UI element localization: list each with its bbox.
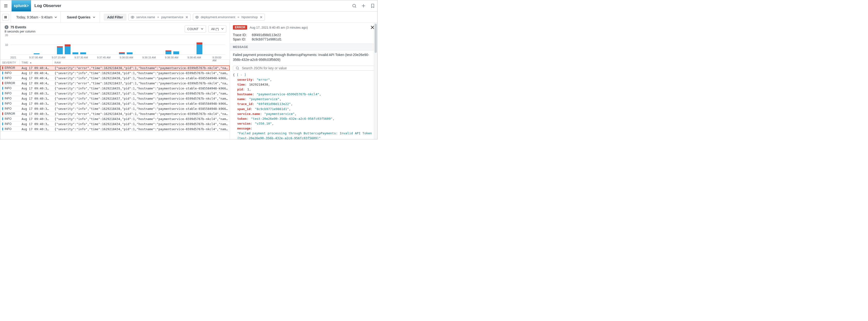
severity-label: INFO [5,122,12,125]
table-row[interactable]: ERROR Aug 17 09:40:37.728 {"severity":"e… [0,111,230,116]
table-header: SEVERITY TIME▲ RAW [0,60,230,65]
json-key: hostname [237,92,252,96]
chevron-down-icon [93,16,95,19]
th-raw[interactable]: RAW [53,60,230,65]
svg-line-4 [355,7,356,8]
menu-button[interactable] [0,0,12,11]
table-row[interactable]: INFO Aug 17 09:40:36.319 {"severity":"in… [0,126,230,132]
add-button[interactable] [359,3,368,8]
histogram-bar[interactable] [72,52,78,54]
series-dropdown[interactable]: All (*) [208,25,226,32]
json-key: version [237,122,251,125]
histogram-bar[interactable] [34,53,39,54]
json-line: name: "paymentservice", [233,97,374,101]
pause-button[interactable] [0,12,11,23]
json-search-input[interactable] [241,66,372,70]
histogram-bar[interactable] [173,51,179,54]
severity-indicator [2,127,3,130]
x-tick-label: 9:37:15 AM [52,56,65,59]
th-severity[interactable]: SEVERITY [0,60,20,65]
json-line: trace_id: "69f491d98d113e22", [233,101,374,107]
filter-chip[interactable]: service.name=paymentservice ✕ [128,13,190,21]
search-icon [352,3,357,8]
severity-indicator [2,102,3,105]
severity-indicator [2,122,3,125]
json-collapse-toggle[interactable]: [ - ] [237,73,246,77]
severity-indicator [2,107,3,110]
severity-label: INFO [5,102,12,105]
json-key: time [237,83,245,86]
table-row[interactable]: INFO Aug 17 09:40:43.111 {"severity":"in… [0,70,230,76]
table-row[interactable]: INFO Aug 17 09:40:39.571 {"severity":"in… [0,96,230,101]
add-filter-button[interactable]: Add Filter [104,13,126,21]
histogram-bar[interactable] [57,46,63,54]
info-icon: i [5,25,8,29]
severity-label: INFO [5,97,12,100]
json-search[interactable] [233,66,374,70]
histogram-bar[interactable] [196,42,202,54]
json-value: "error" [257,78,270,82]
x-tick-label: 9:38:30 AM [165,56,179,59]
histogram-chart[interactable]: 20 10 20219:37:00 AM9:37:15 AM9:37:30 AM… [0,35,230,59]
json-key: pid [237,88,243,91]
table-row[interactable]: INFO Aug 17 09:40:38.245 {"severity":"in… [0,106,230,111]
chip-remove[interactable]: ✕ [260,16,263,19]
severity-label: INFO [5,107,12,110]
bookmark-icon [370,3,375,8]
filter-chip[interactable]: deployment.environment=hipstershop ✕ [193,13,265,21]
count-label: COUNT [187,27,198,31]
saved-queries-label: Saved Queries [67,15,90,19]
json-value: 1629218438 [249,83,268,86]
table-row[interactable]: INFO Aug 17 09:40:42.135 {"severity":"in… [0,76,230,81]
histogram-bar[interactable] [127,52,132,54]
x-tick-label: 9:37:00 AM [29,56,43,59]
table-row[interactable]: INFO Aug 17 09:40:37.611 {"severity":"in… [0,116,230,121]
saved-queries-dropdown[interactable]: Saved Queries [63,12,100,23]
table-row[interactable]: ERROR Aug 17 09:40:45.422 {"severity":"e… [0,65,230,70]
svg-point-3 [352,4,355,7]
raw-cell: {"severity":"error","time":1629218434,"p… [53,112,230,116]
json-value: "v350.10" [255,122,272,125]
app-root: splunk> Log Observer Today, 9:36am - 9:4… [0,0,377,139]
search-button[interactable] [350,3,359,8]
svg-rect-7 [5,16,5,19]
scrollbar-thumb[interactable] [375,24,377,53]
histogram-bar[interactable] [165,51,171,54]
json-line: service.name: "paymentservice", [233,112,374,116]
bookmark-button[interactable] [368,3,377,8]
histogram-bar[interactable] [65,45,70,54]
ytick-20: 20 [5,34,8,37]
brand-tile[interactable]: splunk> [12,0,31,11]
histogram-bar[interactable] [119,52,125,54]
table-row[interactable]: INFO Aug 17 09:40:38.245 {"severity":"in… [0,101,230,106]
chevron-down-icon [221,28,224,30]
message-heading: MESSAGE [230,43,377,51]
time-cell: Aug 17 09:40:36.319 [20,127,53,131]
severity-label: ERROR [5,112,15,115]
json-key: span_id [237,107,251,111]
json-line: message: [233,126,374,131]
histogram-bar[interactable] [80,52,86,54]
table-row[interactable]: INFO Aug 17 09:40:36.325 {"severity":"in… [0,121,230,126]
json-key: name [237,97,245,101]
json-line: hostname: "paymentservice-6599d5767b-nkc… [233,92,374,97]
raw-cell: {"severity":"info","time":1629218438,"pi… [53,71,230,75]
table-row[interactable]: INFO Aug 17 09:40:39.572 {"severity":"in… [0,91,230,96]
json-line: token: "test-20e26e90-356b-432e-a2c6-956… [233,116,374,121]
panel-scrollbar[interactable] [374,23,377,139]
time-range-picker[interactable]: Today, 9:36am - 9:40am [13,12,61,23]
severity-indicator [2,71,3,75]
severity-label: INFO [5,71,12,75]
table-row[interactable]: ERROR Aug 17 09:40:41.088 {"severity":"e… [0,81,230,86]
severity-label: INFO [5,92,12,95]
chip-key: deployment.environment [201,15,235,19]
json-value: "69f491d98d113e22" [257,102,291,106]
raw-cell: {"severity":"info","time":1629218438,"pi… [53,107,230,111]
severity-label: ERROR [5,66,15,69]
count-dropdown[interactable]: COUNT [185,25,206,32]
trace-id-label: Trace ID: [233,33,250,37]
chip-remove[interactable]: ✕ [185,16,188,19]
th-time[interactable]: TIME▲ [20,60,53,65]
bucket-info: 8 seconds per column [5,30,35,33]
table-row[interactable]: INFO Aug 17 09:40:39.756 {"severity":"in… [0,86,230,91]
